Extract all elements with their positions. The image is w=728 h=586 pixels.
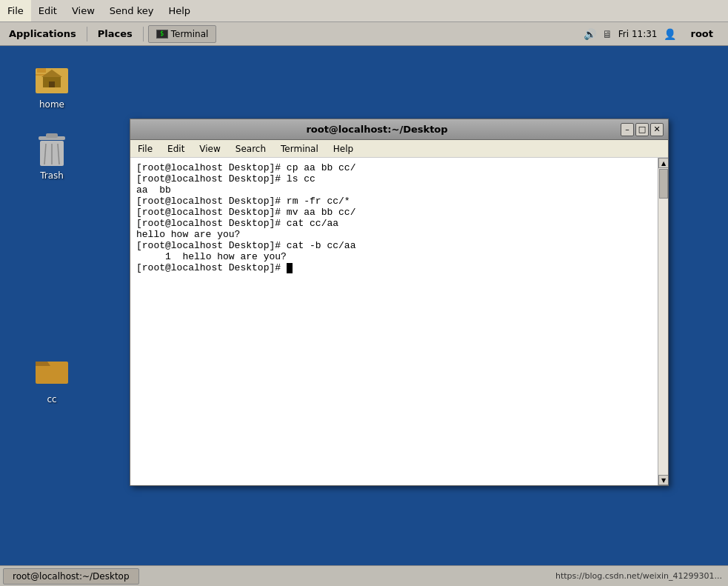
places-menu[interactable]: Places [89,27,141,41]
term-menu-file[interactable]: File [130,142,160,156]
terminal-titlebar: root@localhost:~/Desktop – □ ✕ [130,119,668,140]
taskbar: Applications Places $ Terminal 🔊 🖥 Fri 1… [0,22,728,46]
trash-icon-label: Trash [40,170,64,181]
scroll-track[interactable] [658,168,668,475]
menu-file[interactable]: File [0,0,31,21]
terminal-scrollbar[interactable]: ▲ ▼ [658,158,668,485]
desktop-icon-home[interactable]: home [22,61,81,110]
terminal-taskbar-label: Terminal [171,29,209,39]
terminal-taskbar-button[interactable]: $ Terminal [148,25,217,43]
term-menu-terminal[interactable]: Terminal [273,142,326,156]
terminal-menubar: File Edit View Search Terminal Help [130,140,668,158]
maximize-button[interactable]: □ [635,123,649,136]
menu-help[interactable]: Help [161,0,198,21]
menu-sendkey[interactable]: Send key [102,0,161,21]
home-folder-icon [34,61,70,96]
user-icon[interactable]: 👤 [664,28,676,40]
terminal-body: [root@localhost Desktop]# cp aa bb cc/ [… [130,158,668,485]
status-url: https://blog.csdn.net/weixin_41299301... [555,571,722,581]
desktop-icon-trash[interactable]: Trash [22,132,81,181]
trash-icon [34,132,70,167]
term-menu-search[interactable]: Search [228,142,273,156]
display-icon[interactable]: 🖥 [602,28,612,40]
close-button[interactable]: ✕ [650,123,664,136]
applications-menu[interactable]: Applications [0,27,85,41]
cc-folder-icon [34,356,70,391]
svg-marker-2 [37,68,46,73]
taskbar-right: 🔊 🖥 Fri 11:31 👤 root [584,27,728,41]
menu-edit[interactable]: Edit [31,0,64,21]
scroll-up-button[interactable]: ▲ [658,158,668,168]
terminal-content[interactable]: [root@localhost Desktop]# cp aa bb cc/ [… [130,158,658,485]
top-menu-bar: File Edit View Send key Help [0,0,728,22]
desktop-icon-cc[interactable]: cc [22,356,81,404]
status-bar-right: https://blog.csdn.net/weixin_41299301... [555,571,728,581]
clock: Fri 11:31 [618,29,658,39]
svg-rect-5 [49,81,55,87]
svg-rect-7 [46,133,58,138]
active-task-item[interactable]: root@localhost:~/Desktop [3,568,139,585]
separator-1 [87,27,87,41]
terminal-title: root@localhost:~/Desktop [135,124,619,135]
menu-view[interactable]: View [64,0,102,21]
bottom-taskbar: root@localhost:~/Desktop https://blog.cs… [0,565,728,586]
separator-2 [143,27,144,41]
cc-icon-label: cc [47,394,56,404]
scroll-thumb[interactable] [659,169,668,199]
scroll-down-button[interactable]: ▼ [658,475,668,485]
home-icon-label: home [39,99,64,110]
term-menu-help[interactable]: Help [326,142,361,156]
terminal-window: root@localhost:~/Desktop – □ ✕ File Edit… [130,119,669,486]
term-menu-edit[interactable]: Edit [160,142,192,156]
username: root [682,27,723,41]
terminal-taskbar-icon: $ [156,30,168,39]
term-menu-view[interactable]: View [192,142,227,156]
minimize-button[interactable]: – [621,123,634,136]
volume-icon[interactable]: 🔊 [584,28,596,40]
active-task-label: root@localhost:~/Desktop [13,571,130,582]
